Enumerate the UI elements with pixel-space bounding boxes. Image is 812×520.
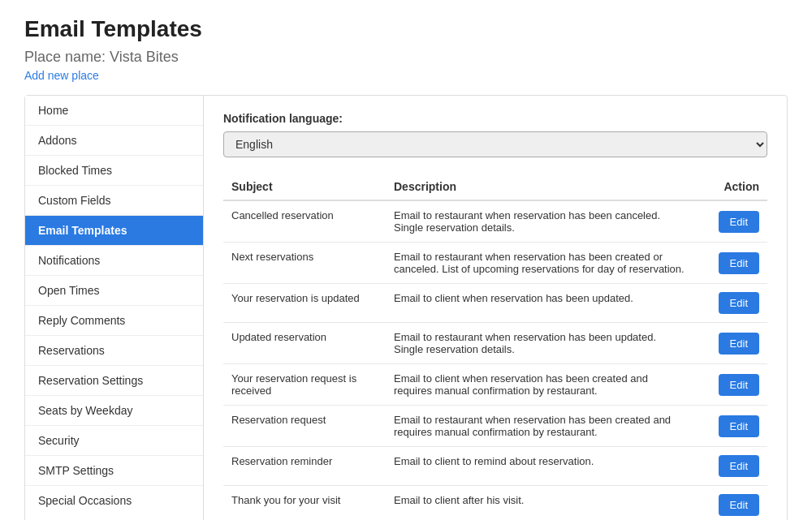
description-cell: Email to restaurant when reservation has… — [386, 323, 694, 364]
action-cell: Edit — [694, 364, 767, 406]
action-cell: Edit — [694, 406, 767, 447]
action-cell: Edit — [694, 486, 767, 521]
description-cell: Email to client when reservation has bee… — [386, 284, 694, 323]
table-row: Reservation requestEmail to restaurant w… — [223, 406, 767, 447]
description-column-header: Description — [386, 174, 694, 200]
add-new-place-link[interactable]: Add new place — [24, 69, 99, 82]
table-row: Your reservation request is receivedEmai… — [223, 364, 767, 406]
subject-cell: Reservation reminder — [223, 447, 386, 486]
sidebar-item-smtp-settings[interactable]: SMTP Settings — [25, 456, 203, 486]
edit-button[interactable]: Edit — [719, 211, 759, 233]
description-cell: Email to restaurant when reservation has… — [386, 243, 694, 284]
subject-cell: Next reservations — [223, 243, 386, 284]
table-row: Next reservationsEmail to restaurant whe… — [223, 243, 767, 284]
sidebar-item-special-occasions[interactable]: Special Occasions — [25, 486, 203, 515]
action-cell: Edit — [694, 447, 767, 486]
sidebar-item-reply-comments[interactable]: Reply Comments — [25, 306, 203, 336]
action-cell: Edit — [694, 243, 767, 284]
subject-cell: Cancelled reservation — [223, 200, 386, 243]
sidebar-item-home[interactable]: Home — [25, 96, 203, 126]
sidebar-item-open-times[interactable]: Open Times — [25, 276, 203, 306]
notification-language-label: Notification language: — [223, 112, 767, 125]
language-select[interactable]: EnglishSpanishFrenchGermanItalian — [223, 131, 767, 157]
action-cell: Edit — [694, 323, 767, 364]
sidebar-item-reservation-settings[interactable]: Reservation Settings — [25, 366, 203, 396]
sidebar: HomeAddonsBlocked TimesCustom FieldsEmai… — [25, 96, 204, 520]
sidebar-item-reservations[interactable]: Reservations — [25, 336, 203, 366]
subject-column-header: Subject — [223, 174, 386, 200]
description-cell: Email to client when reservation has bee… — [386, 364, 694, 406]
description-cell: Email to restaurant when reservation has… — [386, 406, 694, 447]
description-cell: Email to client after his visit. — [386, 486, 694, 521]
subject-cell: Thank you for your visit — [223, 486, 386, 521]
sidebar-item-seats-by-weekday[interactable]: Seats by Weekday — [25, 396, 203, 426]
place-name: Place name: Vista Bites — [24, 49, 788, 66]
page-title: Email Templates — [24, 16, 788, 42]
action-cell: Edit — [694, 284, 767, 323]
table-row: Thank you for your visitEmail to client … — [223, 486, 767, 521]
subject-cell: Your reservation request is received — [223, 364, 386, 406]
sidebar-item-notifications[interactable]: Notifications — [25, 246, 203, 276]
edit-button[interactable]: Edit — [719, 415, 759, 437]
email-templates-table: Subject Description Action Cancelled res… — [223, 174, 767, 520]
edit-button[interactable]: Edit — [719, 292, 759, 314]
table-row: Updated reservationEmail to restaurant w… — [223, 323, 767, 364]
action-cell: Edit — [694, 200, 767, 243]
description-cell: Email to client to remind about reservat… — [386, 447, 694, 486]
sidebar-item-email-templates[interactable]: Email Templates — [25, 216, 203, 246]
table-row: Your reservation is updatedEmail to clie… — [223, 284, 767, 323]
main-content: Notification language: EnglishSpanishFre… — [204, 96, 787, 520]
edit-button[interactable]: Edit — [719, 374, 759, 396]
table-row: Cancelled reservationEmail to restaurant… — [223, 200, 767, 243]
edit-button[interactable]: Edit — [719, 252, 759, 274]
table-row: Reservation reminderEmail to client to r… — [223, 447, 767, 486]
sidebar-item-security[interactable]: Security — [25, 426, 203, 456]
sidebar-item-addons[interactable]: Addons — [25, 126, 203, 156]
edit-button[interactable]: Edit — [719, 455, 759, 477]
sidebar-item-blocked-times[interactable]: Blocked Times — [25, 156, 203, 186]
description-cell: Email to restaurant when reservation has… — [386, 200, 694, 243]
edit-button[interactable]: Edit — [719, 333, 759, 355]
edit-button[interactable]: Edit — [719, 494, 759, 516]
sidebar-item-custom-fields[interactable]: Custom Fields — [25, 186, 203, 216]
subject-cell: Reservation request — [223, 406, 386, 447]
subject-cell: Updated reservation — [223, 323, 386, 364]
subject-cell: Your reservation is updated — [223, 284, 386, 323]
action-column-header: Action — [694, 174, 767, 200]
